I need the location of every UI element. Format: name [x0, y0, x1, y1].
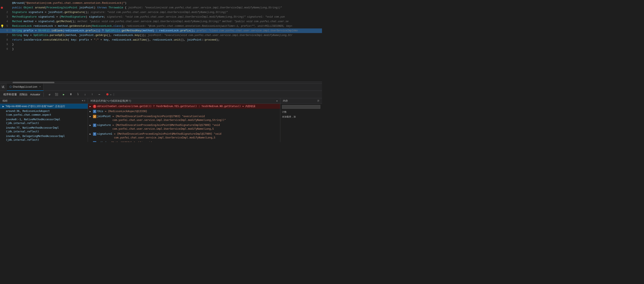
error-icon: ! — [93, 105, 96, 108]
code-line-3: 2 Signature signature = joinPoint.getSig… — [0, 10, 322, 15]
line-content-9: return lockService.executeWithLock( key:… — [10, 38, 322, 42]
watch-signature1-icon: f — [93, 132, 96, 136]
step-into-button[interactable]: ↓ — [83, 92, 87, 97]
horizontal-scrollbar[interactable] — [0, 82, 322, 83]
selected-thread-item[interactable]: ▶ "http-nio-8080-exec-2"@11,103 在组"main"… — [0, 104, 88, 109]
watch-error-item: ▶ ! obtainItemSet.contains(item.getId())… — [88, 104, 280, 109]
watch-list: ▶ ! obtainItemSet.contains(item.getId())… — [88, 104, 280, 142]
toolbar-program-vars-label[interactable]: 程序和变量 — [3, 93, 17, 96]
memory-panel: 内存 开 计数 未加载类，加 — [280, 98, 322, 142]
code-line-4: 3 MethodSignature signature1 = (MethodSi… — [0, 15, 322, 19]
tab-app-icon: ⬡ — [10, 85, 12, 88]
resume-button[interactable]: ▶ — [61, 92, 66, 97]
debug-content-area: 线程 ▾ ≡ ▶ "http-nio-8080-exec-2"@11,103 在… — [0, 98, 322, 142]
line-gutter-6: 5 💡 — [0, 24, 10, 28]
debug-left-label: 试 — [2, 85, 4, 89]
debug-tab-bar: 试 ⬡ ChatApplication × — [0, 83, 322, 91]
arrow-indicator: 💡 — [0, 24, 4, 29]
more-button[interactable]: ⋯ — [97, 92, 102, 97]
watches-panel: 对表达式求值(⌥⏎)或添加监视(⌘⇧) ▾ ▶ ! obtainItemSet.… — [88, 98, 280, 142]
code-line-11: 0 } — [0, 47, 322, 51]
code-line-1: @Around("@annotation(com.yunfei.chat.com… — [0, 1, 322, 5]
line-gutter-7: 6 — [0, 28, 10, 33]
line-gutter-5: 4 — [0, 19, 10, 24]
line-content-2: public Object around(ProceedingJoinPoint… — [10, 5, 322, 10]
line-content-3: Signature signature = joinPoint.getSigna… — [10, 10, 322, 15]
step-over-button[interactable]: ⤵ — [76, 92, 80, 97]
watch-item-joinpoint: ▶ ⊙ joinPoint = {MethodInvocationProceed… — [88, 114, 280, 123]
toolbar-console-label[interactable]: 控制台 — [20, 93, 28, 96]
watch-error-arrow[interactable]: ▶ — [90, 105, 92, 108]
code-line-7: 6 String prefix = StrUtil.isBlank(rediss… — [0, 28, 322, 33]
thread-arrow: ▶ — [2, 105, 4, 108]
line-content-4: MethodSignature signature1 = (MethodSign… — [10, 15, 322, 19]
watch-item-this: ▶ f this = {RedissonLockAspect@13330} — [88, 109, 280, 114]
line-content-1: @Around("@annotation(com.yunfei.chat.com… — [10, 1, 322, 5]
watch-signature-arrow[interactable]: ▶ — [90, 124, 92, 127]
breakpoint-indicator — [1, 7, 3, 9]
watch-signature-icon: f — [93, 124, 96, 127]
code-line-5: 4 Method method = signature1.getMethod()… — [0, 19, 322, 24]
thread-list: ▶ "http-nio-8080-exec-2"@11,103 在组"main"… — [0, 104, 88, 142]
watch-this-arrow[interactable]: ▶ — [90, 110, 92, 113]
edit-button[interactable]: ✏ — [110, 93, 112, 96]
memory-count-label: 计数 — [281, 110, 321, 114]
memory-search-input[interactable] — [282, 105, 320, 109]
watch-method-arrow[interactable]: ▶ — [90, 141, 92, 142]
threads-panel: 线程 ▾ ≡ ▶ "http-nio-8080-exec-2"@11,103 在… — [0, 98, 88, 142]
line-content-5: Method method = signature1.getMethod(); … — [10, 19, 322, 24]
line-gutter-10: 9 — [0, 42, 10, 47]
pause-button[interactable]: ⏸ — [68, 92, 73, 97]
code-line-6: 5 💡 RedissonLock redissonLock = method.g… — [0, 24, 322, 28]
watches-header: 对表达式求值(⌥⏎)或添加监视(⌘⇧) ▾ — [88, 98, 280, 104]
watches-dropdown[interactable]: ▾ — [276, 100, 278, 102]
frame-item-1[interactable]: invoke0:-1, NativeMethodAccessorImpl (jd… — [0, 117, 88, 125]
memory-content: 计数 未加载类，加 — [280, 104, 322, 142]
watch-signature1-arrow[interactable]: ▶ — [90, 132, 92, 136]
code-line-10: 9 } — [0, 42, 322, 47]
line-gutter-4: 3 — [0, 15, 10, 19]
stop-button[interactable]: ⬛ — [54, 92, 59, 97]
code-lines: @Around("@annotation(com.yunfei.chat.com… — [0, 0, 322, 52]
toolbar-separator-1 — [44, 92, 44, 97]
line-gutter-9: 8 — [0, 38, 10, 42]
line-gutter-3: 2 — [0, 10, 10, 15]
code-line-9: 8 return lockService.executeWithLock( ke… — [0, 38, 322, 42]
chat-application-tab[interactable]: ⬡ ChatApplication × — [7, 83, 44, 91]
code-line-8: 7 String key = SpElUtils.parseSpEl(metho… — [0, 33, 322, 38]
frame-item-0[interactable]: around:36, RedissonLockAspect (com.yunfe… — [0, 109, 88, 117]
thread-filter-button[interactable]: ▾ ≡ — [82, 99, 85, 102]
toolbar-actuator-label[interactable]: Actuator — [30, 93, 40, 96]
restart-button[interactable]: ↺ — [47, 92, 52, 97]
threads-header: 线程 ▾ ≡ — [0, 98, 88, 104]
memory-add-label: 未加载类，加 — [281, 115, 321, 119]
tab-close-button[interactable]: × — [39, 85, 41, 88]
step-out-button[interactable]: ↑ — [90, 92, 94, 97]
watch-joinpoint-icon: ⊙ — [93, 115, 96, 118]
line-content-10: } — [10, 42, 322, 47]
frame-item-2[interactable]: invoke:77, NativeMethodAccessorImpl (jdk… — [0, 125, 88, 134]
line-content-8: String key = SpElUtils.parseSpEl(method,… — [10, 33, 322, 38]
line-content-11: } — [10, 47, 322, 51]
watch-item-method: ▶ f method = {Method@17574} "public void… — [88, 140, 280, 142]
debug-toolbar: 程序和变量 控制台 Actuator ↺ ⬛ ▶ ⏸ ⤵ ↓ ↑ ⋯ ⏺ ✏ ⋮ — [0, 91, 322, 98]
code-line-2: public Object around(ProceedingJoinPoint… — [0, 5, 322, 10]
options-button[interactable]: ⋮ — [112, 93, 115, 96]
line-gutter-11: 0 — [0, 47, 10, 51]
record-button[interactable]: ⏺ — [106, 92, 109, 96]
watch-method-icon: f — [93, 141, 96, 142]
line-gutter-8: 7 — [0, 33, 10, 38]
debug-panel: 试 ⬡ ChatApplication × 程序和变量 控制台 Actuator… — [0, 83, 322, 142]
watch-item-signature: ▶ f signature = {MethodInvocationProceed… — [88, 123, 280, 131]
watch-joinpoint-arrow[interactable]: ▶ — [90, 115, 92, 118]
watch-this-icon: f — [93, 110, 96, 113]
code-editor: @Around("@annotation(com.yunfei.chat.com… — [0, 0, 322, 82]
frame-item-3[interactable]: invoke:43, DelegatingMethodAccessorImpl … — [0, 134, 88, 142]
watch-item-signature1: ▶ f signature1 = {MethodInvocationProcee… — [88, 131, 280, 140]
memory-header: 内存 开 — [280, 98, 322, 104]
tab-label: ChatApplication — [13, 85, 37, 88]
line-content-7: String prefix = StrUtil.isBlank(redisson… — [10, 28, 322, 33]
line-content-6: RedissonLock redissonLock = method.getAn… — [10, 24, 322, 28]
